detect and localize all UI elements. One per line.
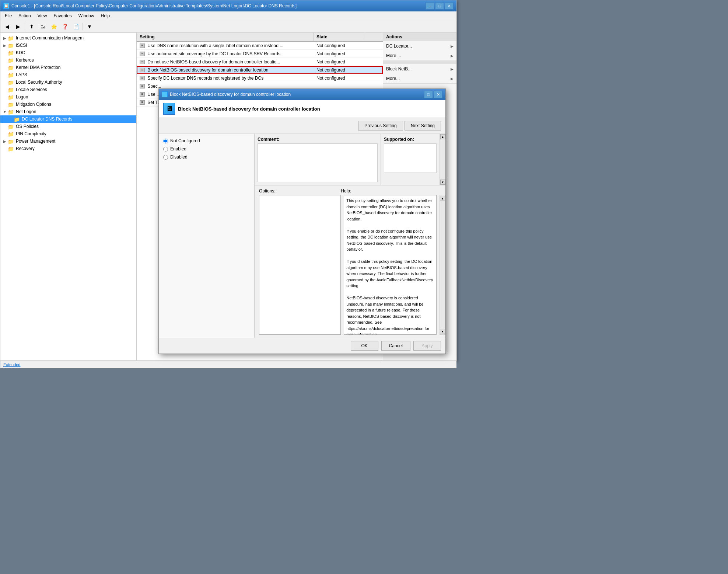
scroll-down-icon[interactable]: ▼ [440,329,445,334]
cancel-button[interactable]: Cancel [381,341,410,351]
favorites-button[interactable]: ⭐ [49,22,59,31]
dialog-title-left: Block NetBIOS-based discovery for domain… [162,91,291,97]
scroll-track [440,139,445,180]
tree-item-iscsi[interactable]: ▶ 📁 iSCSI [0,42,136,49]
tree-item-internet[interactable]: ▶ 📁 Internet Communication Managem [0,34,136,42]
tree-item-kernel[interactable]: 📁 Kernel DMA Protection [0,64,136,71]
tree-item-locale[interactable]: 📁 Locale Services [0,86,136,93]
restore-button[interactable]: □ [435,2,444,10]
folder-icon: 📁 [8,43,14,48]
list-row[interactable]: ≡ Use automated site coverage by the DC … [137,50,383,58]
actions-title: Actions [383,33,456,41]
actions-section-2: Block NetB... ▶ More... ▶ [383,61,456,84]
cell-state: Not configured [314,42,365,49]
comment-section: Comment: [255,134,381,185]
tree-item-dc-locator[interactable]: 📁 DC Locator DNS Records [0,115,136,123]
tree-label: DC Locator DNS Records [22,116,72,122]
window-title: Console1 - [Console Root\Local Computer … [11,3,297,8]
actions-item-more-2[interactable]: More... ▶ [383,74,456,83]
tree-item-mitigation[interactable]: 📁 Mitigation Options [0,101,136,108]
up-button[interactable]: ⬆ [27,22,37,31]
title-buttons: ─ □ ✕ [426,2,454,10]
folder-icon: 📁 [8,146,14,151]
radio-enabled[interactable] [163,147,168,152]
setting-text: Do not use NetBIOS-based discovery for d… [147,59,280,65]
list-row[interactable]: ≡ Use DNS name resolution with a single-… [137,42,383,50]
forward-button[interactable]: ▶ [13,22,23,31]
filter-button[interactable]: ▼ [84,22,95,31]
tree-item-kdc[interactable]: 📁 KDC [0,49,136,56]
tree-item-kerberos[interactable]: 📁 Kerberos [0,56,136,64]
actions-item-dc-locator[interactable]: DC Locator... ▶ [383,41,456,51]
option-label-disabled: Disabled [170,154,188,160]
tree-item-laps[interactable]: 📁 LAPS [0,71,136,79]
cell-state: Not configured [314,75,365,81]
help-button[interactable]: ❓ [60,22,70,31]
scroll-up-icon[interactable]: ▲ [440,196,445,201]
tree-item-logon[interactable]: 📁 Logon [0,93,136,101]
cell-state [314,86,365,87]
properties-button[interactable]: 📄 [71,22,81,31]
header-setting[interactable]: Setting [137,33,314,41]
folder-icon: 📁 [14,116,20,122]
dialog-maximize-button[interactable]: □ [424,91,433,98]
header-state[interactable]: State [314,33,365,41]
list-row-highlighted[interactable]: ≡ Block NetBIOS-based discovery for doma… [137,66,383,74]
prev-setting-button[interactable]: Previous Setting [358,121,403,131]
tree-item-recovery[interactable]: 📁 Recovery [0,145,136,152]
tree-item-os[interactable]: 📁 OS Policies [0,123,136,130]
actions-item-label: More ... [386,53,401,58]
menu-help[interactable]: Help [98,12,113,20]
options-help-content: This policy setting allows you to contro… [255,195,445,338]
radio-not-configured[interactable] [163,139,168,143]
extended-button[interactable]: Extended [3,362,20,367]
actions-item-blocknetb[interactable]: Block NetB... ▶ [383,64,456,74]
option-enabled[interactable]: Enabled [163,146,250,152]
scroll-up-icon[interactable]: ▲ [440,134,445,139]
dialog-close-button[interactable]: ✕ [434,91,442,98]
back-button[interactable]: ◀ [2,22,12,31]
apply-button[interactable]: Apply [413,341,441,351]
actions-subtitle [383,61,456,64]
cell-setting: ≡ Use automated site coverage by the DC … [137,51,314,57]
list-header: Setting State [137,33,383,42]
tree-item-lsa[interactable]: 📁 Local Security Authority [0,79,136,86]
ok-button[interactable]: OK [351,341,378,351]
expand-icon: ▼ [2,110,8,114]
tree-item-power[interactable]: ▶ 📁 Power Management [0,138,136,145]
info-top: Comment: Supported on: ▲ ▼ [255,134,445,185]
menu-file[interactable]: File [2,12,15,20]
dialog-title-text: Block NetBIOS-based discovery for domain… [170,92,291,97]
folder-icon: 📁 [8,80,14,85]
tree-label: Logon [16,94,28,100]
dialog-setting-icon: 🖥 [163,103,175,115]
close-button[interactable]: ✕ [445,2,454,10]
tree-item-pin[interactable]: 📁 PIN Complexity [0,130,136,138]
tree-item-netlogon[interactable]: ▼ 📁 Net Logon [0,108,136,115]
supported-label: Supported on: [384,137,437,142]
option-disabled[interactable]: Disabled [163,154,250,160]
setting-icon: ≡ [140,52,145,56]
next-setting-button[interactable]: Next Setting [405,121,441,131]
setting-icon: ≡ [140,100,145,105]
menu-favorites[interactable]: Favorites [51,12,75,20]
setting-icon: ≡ [140,44,145,48]
menu-bar: File Action View Favorites Window Help [0,11,456,20]
actions-item-more-1[interactable]: More ... ▶ [383,51,456,60]
comment-textarea[interactable] [258,143,378,182]
menu-action[interactable]: Action [15,12,34,20]
radio-disabled[interactable] [163,155,168,160]
list-row[interactable]: ≡ Specify DC Locator DNS records not reg… [137,74,383,82]
scroll-down-icon[interactable]: ▼ [440,180,445,185]
tree-label: OS Policies [16,124,39,129]
menu-window[interactable]: Window [76,12,97,20]
dialog-title-buttons: □ ✕ [424,91,442,98]
option-not-configured[interactable]: Not Configured [163,138,250,143]
minimize-button[interactable]: ─ [426,2,434,10]
list-row[interactable]: ≡ Do not use NetBIOS-based discovery for… [137,58,383,66]
option-label-enabled: Enabled [170,146,186,152]
show-hide-tree[interactable]: 🗂 [38,22,48,31]
tree-label: Internet Communication Managem [16,35,84,41]
app-icon: 📋 [3,3,9,9]
menu-view[interactable]: View [35,12,50,20]
